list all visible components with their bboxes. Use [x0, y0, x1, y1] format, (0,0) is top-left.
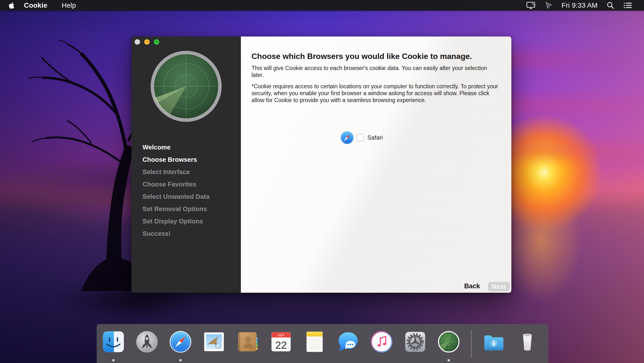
cookie-setup-window: − + [132, 36, 511, 293]
access-note-paragraph: *Cookie requires access to certain locat… [252, 83, 500, 104]
step-welcome: Welcome [142, 141, 210, 154]
dock-mail-icon[interactable] [203, 330, 225, 353]
step-select-unwanted-data: Select Unwanted Data [142, 190, 210, 203]
svg-text:22: 22 [275, 339, 287, 351]
close-button[interactable] [134, 39, 140, 45]
browser-row-safari: Safari [340, 131, 383, 144]
safari-icon [340, 131, 354, 144]
step-set-display-options: Set Display Options [142, 215, 210, 227]
dock-cookie-icon[interactable] [438, 330, 460, 353]
dock-safari-icon[interactable] [169, 330, 192, 353]
step-select-interface: Select Interface [142, 166, 210, 178]
next-button[interactable]: Next [488, 282, 510, 291]
wizard-steps: Welcome Choose Browsers Select Interface… [142, 141, 210, 240]
apple-logo-icon [8, 2, 15, 9]
safari-checkbox[interactable] [356, 134, 364, 141]
spotlight-search-icon[interactable] [606, 2, 614, 9]
cookie-radar-icon [149, 49, 223, 124]
notification-center-icon[interactable] [623, 2, 632, 9]
dock-messages-icon[interactable] [337, 330, 360, 353]
page-title: Choose which Browsers you would like Coo… [252, 51, 472, 61]
window-content: Choose which Browsers you would like Coo… [241, 36, 511, 293]
zoom-button[interactable]: + [154, 39, 159, 45]
screen-sharing-icon[interactable] [526, 2, 536, 9]
step-set-removal-options: Set Removal Options [142, 203, 210, 215]
menu-bar: Cookie Help Fri 9:33 AM [0, 0, 644, 10]
step-choose-browsers: Choose Browsers [142, 154, 210, 166]
step-choose-favorites: Choose Favorites [142, 178, 210, 190]
apple-menu[interactable] [8, 2, 15, 9]
menu-help[interactable]: Help [62, 2, 76, 9]
remote-cursor-icon[interactable] [544, 1, 553, 10]
dock-trash-icon[interactable] [516, 330, 539, 353]
dock-itunes-icon[interactable] [370, 330, 393, 353]
dock-launchpad-icon[interactable] [136, 330, 158, 353]
dock-calendar-icon[interactable]: SEP 22 [270, 330, 292, 353]
back-button[interactable]: Back [464, 281, 480, 291]
menu-clock[interactable]: Fri 9:33 AM [562, 2, 598, 9]
window-sidebar: − + [132, 36, 241, 293]
traffic-lights: − + [134, 39, 159, 45]
svg-text:SEP: SEP [278, 334, 285, 337]
dock-system-preferences-icon[interactable] [404, 330, 426, 353]
dock: SEP 22 [97, 324, 548, 363]
dock-notes-icon[interactable] [303, 330, 326, 353]
minimize-button[interactable]: − [144, 39, 150, 45]
step-success: Success! [142, 227, 210, 240]
intro-paragraph: This will give Cookie access to each bro… [252, 64, 500, 78]
menu-app-name[interactable]: Cookie [24, 2, 47, 9]
dock-finder-icon[interactable] [102, 330, 125, 353]
dock-downloads-icon[interactable] [482, 330, 505, 353]
dock-contacts-icon[interactable] [236, 330, 259, 353]
dock-separator [471, 330, 472, 358]
safari-label: Safari [367, 134, 383, 141]
